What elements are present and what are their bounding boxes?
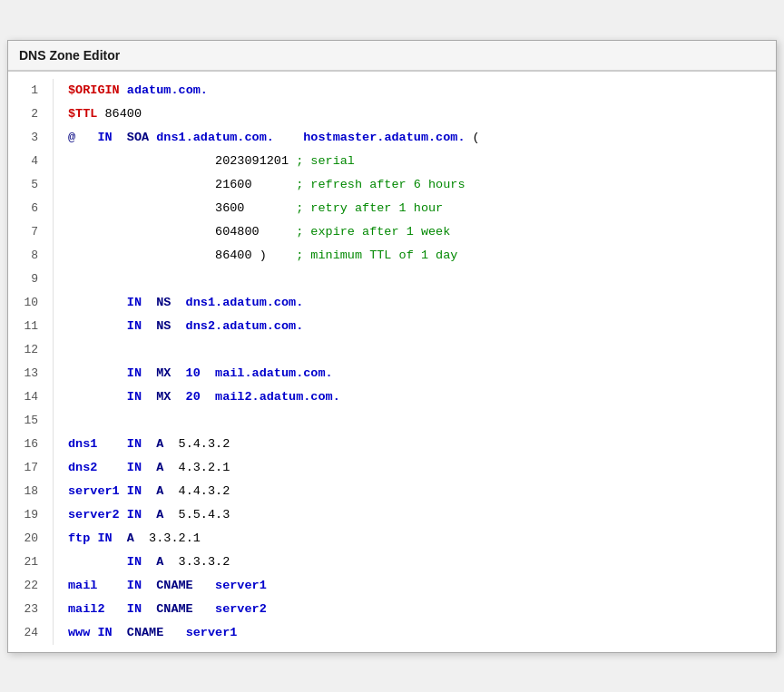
code-segment: MX	[156, 390, 171, 404]
code-segment: 5.5.4.3	[163, 508, 230, 521]
line-number: 11	[8, 315, 54, 338]
code-content: www IN CNAME server1	[68, 621, 776, 645]
line-number: 17	[8, 456, 54, 480]
code-segment: $ORIGIN	[68, 83, 120, 97]
code-segment: 2023091201	[68, 154, 296, 168]
code-segment: IN	[68, 390, 156, 404]
code-segment: IN	[127, 602, 156, 616]
code-segment: www	[68, 626, 97, 639]
code-segment: server1	[163, 626, 237, 639]
table-row: 18server1 IN A 4.4.3.2	[8, 480, 776, 503]
code-content: ftp IN A 3.3.2.1	[68, 527, 776, 551]
line-number: 10	[8, 291, 54, 315]
table-row: 15	[8, 409, 776, 433]
table-row: 6 3600 ; retry after 1 hour	[8, 197, 776, 220]
table-row: 20ftp IN A 3.3.2.1	[8, 527, 776, 551]
code-segment: IN	[127, 555, 156, 569]
code-segment: $TTL	[68, 107, 97, 121]
line-number: 7	[8, 220, 54, 244]
code-segment: 86400 )	[68, 249, 296, 262]
code-segment: ; minimum TTL of 1 day	[296, 249, 457, 262]
code-segment: IN	[127, 484, 156, 498]
table-row: 4 2023091201 ; serial	[8, 150, 776, 173]
code-content: IN NS dns1.adatum.com.	[68, 291, 776, 315]
code-segment: 5.4.3.2	[163, 437, 230, 451]
table-row: 23mail2 IN CNAME server2	[8, 598, 776, 621]
line-number: 3	[8, 126, 54, 150]
line-number: 23	[8, 598, 54, 621]
code-segment	[68, 555, 127, 569]
table-row: 21 IN A 3.3.3.2	[8, 551, 776, 574]
table-row: 3@ IN SOA dns1.adatum.com. hostmaster.ad…	[8, 126, 776, 150]
line-number: 12	[8, 338, 54, 362]
table-row: 11 IN NS dns2.adatum.com.	[8, 315, 776, 338]
code-segment: server2	[193, 602, 267, 616]
code-content: IN NS dns2.adatum.com.	[68, 315, 776, 338]
code-segment: ; refresh after 6 hours	[296, 178, 465, 191]
table-row: 10 IN NS dns1.adatum.com.	[8, 291, 776, 315]
code-segment: ; retry after 1 hour	[296, 201, 443, 215]
code-segment: CNAME	[127, 626, 164, 639]
code-segment: dns1.adatum.com.	[171, 296, 303, 309]
code-content: mail IN CNAME server1	[68, 574, 776, 598]
line-number: 14	[8, 385, 54, 409]
code-content: IN MX 10 mail.adatum.com.	[68, 362, 776, 385]
code-segment: 4.4.3.2	[163, 484, 230, 498]
code-content: IN A 3.3.3.2	[68, 551, 776, 574]
code-segment: IN	[127, 508, 156, 521]
line-number: 15	[8, 409, 54, 433]
line-number: 5	[8, 173, 54, 197]
code-segment: server1	[193, 579, 267, 592]
line-number: 24	[8, 621, 54, 645]
code-segment: MX	[156, 366, 171, 380]
code-segment: 10 mail.adatum.com.	[171, 366, 332, 380]
code-content: @ IN SOA dns1.adatum.com. hostmaster.ada…	[68, 126, 776, 150]
code-segment: 604800	[68, 225, 296, 239]
code-segment: IN	[127, 437, 156, 451]
code-content: 2023091201 ; serial	[68, 150, 776, 173]
window-title: DNS Zone Editor	[19, 48, 120, 63]
code-segment: NS	[156, 319, 171, 333]
code-segment: 86400	[97, 107, 142, 121]
line-number: 8	[8, 244, 54, 268]
line-number: 6	[8, 197, 54, 220]
table-row: 24www IN CNAME server1	[8, 621, 776, 645]
code-content: 21600 ; refresh after 6 hours	[68, 173, 776, 197]
code-segment: 21600	[68, 178, 296, 191]
code-segment: dns2	[68, 461, 127, 474]
code-content: dns1 IN A 5.4.3.2	[68, 433, 776, 456]
line-number: 16	[8, 433, 54, 456]
code-segment: ; serial	[296, 154, 355, 168]
code-segment: adatum.com.	[120, 83, 208, 97]
table-row: 9	[8, 268, 776, 291]
code-segment: dns2.adatum.com.	[171, 319, 303, 333]
code-segment: IN	[68, 319, 156, 333]
line-number: 18	[8, 480, 54, 503]
code-content: 3600 ; retry after 1 hour	[68, 197, 776, 220]
code-segment: NS	[156, 296, 171, 309]
code-segment: ftp	[68, 531, 97, 545]
code-content: $TTL 86400	[68, 102, 776, 126]
code-content: 86400 ) ; minimum TTL of 1 day	[68, 244, 776, 268]
code-segment: mail2	[68, 602, 127, 616]
code-segment: IN	[68, 366, 156, 380]
code-segment: 3600	[68, 201, 296, 215]
code-segment: 20 mail2.adatum.com.	[171, 390, 339, 404]
code-segment: IN	[75, 131, 127, 144]
line-number: 9	[8, 268, 54, 291]
code-segment: CNAME	[156, 579, 193, 592]
code-segment: 3.3.3.2	[163, 555, 230, 569]
code-segment: 3.3.2.1	[134, 531, 201, 545]
table-row: 5 21600 ; refresh after 6 hours	[8, 173, 776, 197]
code-segment: IN	[97, 531, 126, 545]
code-segment: (	[466, 131, 480, 144]
code-segment: 4.3.2.1	[163, 461, 230, 474]
code-segment: CNAME	[156, 602, 193, 616]
code-segment: IN	[127, 461, 156, 474]
line-number: 13	[8, 362, 54, 385]
editor-body[interactable]: 1$ORIGIN adatum.com.2$TTL 864003@ IN SOA…	[8, 72, 776, 652]
code-content: mail2 IN CNAME server2	[68, 598, 776, 621]
table-row: 7 604800 ; expire after 1 week	[8, 220, 776, 244]
table-row: 16dns1 IN A 5.4.3.2	[8, 433, 776, 456]
code-segment: @	[68, 131, 75, 144]
